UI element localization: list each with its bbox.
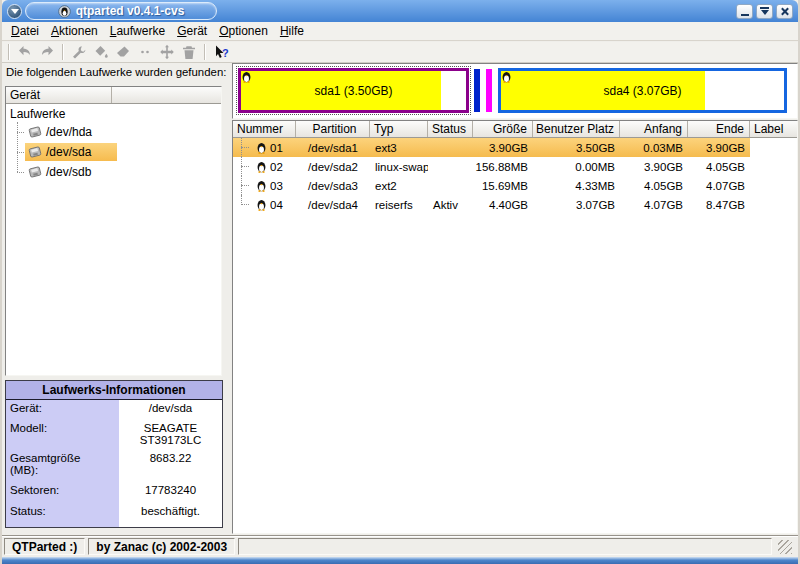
drive-info-body: Gerät: /dev/sda Modell: SEAGATE ST39173L… [6,400,222,527]
info-row-status: Status: beschäftigt. [6,503,222,525]
window-title: qtparted v0.4.1-cvs [76,4,185,18]
toolbar-separator [62,44,64,60]
column-header-nummer[interactable]: Nummer [233,121,296,137]
column-header-groesse[interactable]: Größe [473,121,533,137]
redo-button[interactable] [36,43,58,62]
drives-found-heading: Die folgenden Laufwerke wurden gefunden: [6,66,228,78]
tree-item-dev-sdb[interactable]: /dev/sdb [6,162,221,182]
menu-datei[interactable]: Datei [5,22,45,40]
tree-item-dev-hda[interactable]: /dev/hda [6,122,221,142]
statusbar-message-area [238,538,772,555]
tux-icon [256,141,267,154]
window-controls [736,4,793,19]
menubar: Datei Aktionen Laufwerke Gerät Optionen … [2,22,798,41]
chevron-down-icon [11,9,19,14]
dots-icon [137,44,153,60]
disk-view: sda1 (3.50GB) sda4 (3.07GB) [232,63,798,119]
table-row-sda2[interactable]: 02 /dev/sda2 linux-swap 156.88MB 0.00MB … [233,157,797,176]
close-button[interactable] [776,4,793,19]
column-header-label[interactable]: Label [750,121,797,137]
menu-optionen[interactable]: Optionen [213,22,274,40]
undo-icon [17,44,33,60]
tree-children: /dev/hda /dev/sda /dev/sdb [6,122,221,182]
move-button[interactable] [156,43,178,62]
window-bottom-border [2,557,798,564]
delete-button[interactable] [112,43,134,62]
minimize-icon [741,14,749,16]
tux-icon [256,160,267,173]
tree-root-laufwerke[interactable]: Laufwerke [6,104,221,122]
menu-hilfe[interactable]: Hilfe [274,22,310,40]
whats-this-button[interactable] [210,43,232,62]
statusbar-app: QTParted :) [4,538,85,555]
column-header-ende[interactable]: Ende [688,121,750,137]
info-row-sektoren: Sektoren: 17783240 [6,482,222,503]
drive-tree-header[interactable]: Gerät [6,87,221,104]
tux-icon [241,70,252,83]
disk-icon [28,166,42,178]
table-header: Nummer Partition Typ Status Größe Benutz… [233,121,797,138]
qtparted-window: qtparted v0.4.1-cvs Datei Aktionen Laufw… [0,0,800,564]
menu-laufwerke[interactable]: Laufwerke [104,22,171,40]
menu-geraet[interactable]: Gerät [171,22,213,40]
toolbar-separator [204,44,206,60]
info-row-modell: Modell: SEAGATE ST39173LC [6,420,222,450]
resize-button[interactable] [134,43,156,62]
bucket-icon [93,44,109,60]
column-header-partition[interactable]: Partition [296,121,370,137]
partition-block-sda2[interactable] [474,69,480,112]
resize-grip[interactable] [778,540,792,554]
toolbar-separator [8,44,10,60]
partition-block-sda1[interactable]: sda1 (3.50GB) [238,68,469,113]
menu-aktionen[interactable]: Aktionen [45,22,104,40]
eraser-icon [115,44,131,60]
maximize-icon [760,7,769,15]
partition-table: Nummer Partition Typ Status Größe Benutz… [232,120,798,534]
column-header-benutzer-platz[interactable]: Benutzer Platz [533,121,620,137]
tux-icon [501,70,512,83]
titlebar[interactable]: qtparted v0.4.1-cvs [2,0,798,22]
tux-icon [256,179,267,192]
statusbar-credit: by Zanac (c) 2002-2003 [88,538,235,555]
toolbar [2,42,798,63]
column-header-typ[interactable]: Typ [370,121,428,137]
table-row-sda1[interactable]: 01 /dev/sda1 ext3 3.90GB 3.50GB 0.03MB 3… [233,138,797,157]
window-menu-button[interactable] [7,4,22,19]
title-capsule: qtparted v0.4.1-cvs [25,2,217,20]
trash-icon [181,44,197,60]
drive-tree: Gerät Laufwerke /dev/hda /dev/sda /dev/s… [5,86,222,376]
column-header-status[interactable]: Status [428,121,473,137]
move-icon [159,44,175,60]
partition-block-sda3[interactable] [486,69,492,112]
disk-icon [28,146,42,158]
property-button[interactable] [68,43,90,62]
disk-icon [28,126,42,138]
tux-icon [256,198,267,211]
drive-tree-header-geraet[interactable]: Gerät [6,87,112,103]
trash-button[interactable] [178,43,200,62]
format-button[interactable] [90,43,112,62]
tree-item-dev-sda[interactable]: /dev/sda [6,142,221,162]
undo-button[interactable] [14,43,36,62]
info-row-gesamtgroesse: Gesamtgröße (MB): 8683.22 [6,450,222,482]
table-row-sda4[interactable]: 04 /dev/sda4 reiserfs Aktiv 4.40GB 3.07G… [233,195,797,214]
wrench-icon [71,44,87,60]
drive-info-title: Laufwerks-Informationen [6,381,222,400]
partition-label: sda1 (3.50GB) [241,71,466,110]
partition-label: sda4 (3.07GB) [501,71,784,110]
column-header-anfang[interactable]: Anfang [620,121,688,137]
app-icon [58,5,71,18]
minimize-button[interactable] [736,4,753,19]
partition-block-sda4[interactable]: sda4 (3.07GB) [498,68,787,113]
info-row-geraet: Gerät: /dev/sda [6,400,222,420]
drive-tree-header-empty[interactable] [112,87,221,103]
statusbar: QTParted :) by Zanac (c) 2002-2003 [2,535,798,557]
whats-this-icon [213,44,229,60]
maximize-button[interactable] [756,4,773,19]
table-row-sda3[interactable]: 03 /dev/sda3 ext2 15.69MB 4.33MB 4.05GB … [233,176,797,195]
redo-icon [39,44,55,60]
info-filler [6,525,222,527]
close-icon [780,7,789,16]
drive-info-panel: Laufwerks-Informationen Gerät: /dev/sda … [5,380,223,528]
